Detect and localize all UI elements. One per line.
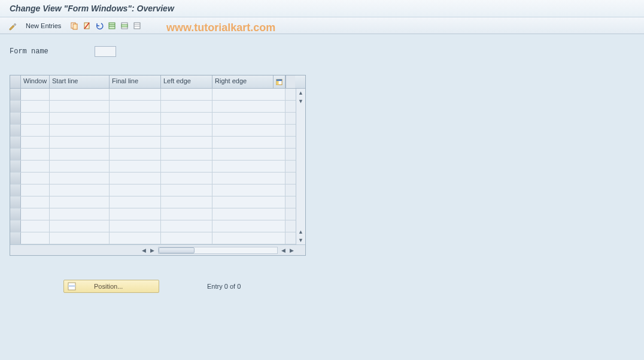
row-selector[interactable]	[10, 220, 21, 232]
cell-window[interactable]	[21, 220, 50, 232]
cell-start-line[interactable]	[50, 149, 110, 160]
row-selector[interactable]	[10, 208, 21, 220]
select-block-icon[interactable]	[119, 20, 130, 31]
cell-right-edge[interactable]	[212, 137, 285, 148]
row-selector[interactable]	[10, 232, 21, 244]
cell-final-line[interactable]	[110, 161, 161, 172]
cell-start-line[interactable]	[50, 220, 110, 232]
scroll-right-icon[interactable]: ▶	[287, 246, 296, 255]
cell-window[interactable]	[21, 173, 50, 184]
cell-right-edge[interactable]	[212, 220, 285, 232]
cell-right-edge[interactable]	[212, 113, 285, 124]
cell-start-line[interactable]	[50, 125, 110, 136]
cell-left-edge[interactable]	[161, 184, 212, 196]
cell-start-line[interactable]	[50, 113, 110, 124]
scroll-left-icon[interactable]: ◀	[279, 246, 287, 255]
cell-left-edge[interactable]	[161, 220, 212, 232]
table-config-button[interactable]	[274, 75, 285, 88]
cell-start-line[interactable]	[50, 232, 110, 244]
cell-start-line[interactable]	[50, 196, 110, 208]
cell-final-line[interactable]	[110, 232, 161, 244]
cell-start-line[interactable]	[50, 208, 110, 220]
cell-left-edge[interactable]	[161, 149, 212, 160]
cell-right-edge[interactable]	[212, 208, 285, 220]
cell-left-edge[interactable]	[161, 137, 212, 148]
scroll-up-icon[interactable]: ▲	[297, 228, 305, 236]
cell-right-edge[interactable]	[212, 173, 285, 184]
hscroll-track[interactable]	[158, 247, 278, 254]
row-selector[interactable]	[10, 137, 21, 148]
cell-window[interactable]	[21, 89, 50, 100]
cell-start-line[interactable]	[50, 173, 110, 184]
cell-left-edge[interactable]	[161, 173, 212, 184]
cell-right-edge[interactable]	[212, 125, 285, 136]
cell-final-line[interactable]	[110, 137, 161, 148]
row-selector[interactable]	[10, 101, 21, 112]
cell-window[interactable]	[21, 161, 50, 172]
cell-right-edge[interactable]	[212, 184, 285, 196]
cell-final-line[interactable]	[110, 125, 161, 136]
col-header-window[interactable]: Window	[21, 75, 50, 88]
scroll-down-icon[interactable]: ▼	[297, 236, 305, 244]
copy-icon[interactable]	[69, 20, 80, 31]
cell-start-line[interactable]	[50, 101, 110, 112]
cell-window[interactable]	[21, 125, 50, 136]
cell-left-edge[interactable]	[161, 232, 212, 244]
row-selector[interactable]	[10, 113, 21, 124]
cell-start-line[interactable]	[50, 161, 110, 172]
row-selector[interactable]	[10, 149, 21, 160]
row-selector[interactable]	[10, 173, 21, 184]
cell-final-line[interactable]	[110, 89, 161, 100]
cell-start-line[interactable]	[50, 184, 110, 196]
horizontal-scrollbar[interactable]: ◀ ▶ ◀ ▶	[10, 244, 305, 255]
cell-left-edge[interactable]	[161, 113, 212, 124]
row-selector-header[interactable]	[10, 75, 21, 88]
form-name-input[interactable]	[95, 46, 116, 57]
cell-right-edge[interactable]	[212, 196, 285, 208]
delete-icon[interactable]	[81, 20, 92, 31]
select-all-icon[interactable]	[107, 20, 117, 31]
cell-right-edge[interactable]	[212, 89, 285, 100]
scroll-down-icon[interactable]: ▼	[297, 97, 305, 105]
cell-window[interactable]	[21, 208, 50, 220]
cell-left-edge[interactable]	[161, 161, 212, 172]
col-header-final-line[interactable]: Final line	[110, 75, 161, 88]
cell-window[interactable]	[21, 101, 50, 112]
row-selector[interactable]	[10, 89, 21, 100]
cell-window[interactable]	[21, 184, 50, 196]
cell-start-line[interactable]	[50, 137, 110, 148]
cell-window[interactable]	[21, 196, 50, 208]
cell-window[interactable]	[21, 137, 50, 148]
col-header-left-edge[interactable]: Left edge	[161, 75, 212, 88]
cell-right-edge[interactable]	[212, 232, 285, 244]
col-header-start-line[interactable]: Start line	[50, 75, 110, 88]
row-selector[interactable]	[10, 161, 21, 172]
scroll-right-icon[interactable]: ▶	[148, 246, 157, 255]
cell-final-line[interactable]	[110, 173, 161, 184]
deselect-icon[interactable]	[132, 20, 142, 31]
row-selector[interactable]	[10, 184, 21, 196]
cell-final-line[interactable]	[110, 101, 161, 112]
hscroll-thumb[interactable]	[159, 247, 195, 253]
cell-left-edge[interactable]	[161, 208, 212, 220]
cell-right-edge[interactable]	[212, 161, 285, 172]
cell-left-edge[interactable]	[161, 196, 212, 208]
cell-left-edge[interactable]	[161, 125, 212, 136]
scroll-up-icon[interactable]: ▲	[297, 89, 305, 97]
tool-icon[interactable]	[7, 20, 18, 31]
row-selector[interactable]	[10, 125, 21, 136]
cell-start-line[interactable]	[50, 89, 110, 100]
cell-right-edge[interactable]	[212, 101, 285, 112]
cell-final-line[interactable]	[110, 184, 161, 196]
cell-window[interactable]	[21, 149, 50, 160]
cell-final-line[interactable]	[110, 113, 161, 124]
row-selector[interactable]	[10, 196, 21, 208]
position-button[interactable]: Position...	[63, 280, 159, 293]
col-header-right-edge[interactable]: Right edge	[212, 75, 274, 88]
cell-final-line[interactable]	[110, 208, 161, 220]
cell-final-line[interactable]	[110, 149, 161, 160]
cell-window[interactable]	[21, 232, 50, 244]
cell-final-line[interactable]	[110, 196, 161, 208]
vertical-scrollbar[interactable]: ▲ ▼ ▲ ▼	[296, 89, 305, 244]
cell-final-line[interactable]	[110, 220, 161, 232]
